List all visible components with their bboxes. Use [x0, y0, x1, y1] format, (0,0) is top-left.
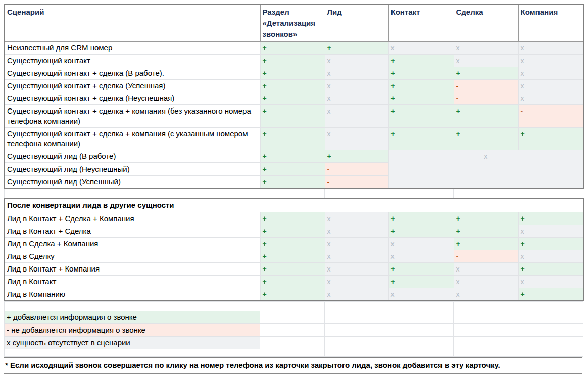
empty-cell	[518, 311, 583, 324]
empty-cell	[325, 302, 388, 311]
mark-cell-x: x	[454, 263, 518, 276]
mark-cell-plus: +	[454, 128, 518, 150]
legend-item-x: х сущность отсутствует в сценарии	[5, 337, 260, 349]
scenario-label: Лид в Сделка + Компания	[5, 238, 260, 250]
mark-cell-plus: +	[454, 105, 518, 128]
mark-cell-plus: +	[260, 176, 325, 189]
mark-cell-x: x	[325, 225, 388, 238]
table-row: Лид в Контакт + Сделка + Компания+x+++	[5, 212, 583, 225]
legend-row: + добавляется информация о звонке	[5, 311, 583, 324]
mark-cell-plus: +	[260, 128, 325, 150]
table-row: Лид в Сделку+xx-x	[5, 250, 583, 263]
scenario-label: Существующий контакт + сделка (Неуспешна…	[5, 92, 260, 105]
empty-cell	[325, 324, 388, 337]
table-row: Существующий контакт + сделка + компания…	[5, 128, 583, 150]
empty-cell	[325, 337, 388, 349]
mark-cell-x: x	[388, 150, 583, 189]
empty-cell	[260, 311, 325, 324]
legend-row: х сущность отсутствует в сценарии	[5, 337, 583, 349]
mark-cell-plus: +	[388, 276, 454, 288]
mark-cell-plus: +	[260, 80, 325, 92]
mark-cell-x: x	[325, 250, 388, 263]
scenario-label: Существующий лид (Успешный)	[5, 176, 260, 189]
grid-spacer	[4, 189, 583, 198]
empty-cell	[454, 311, 518, 324]
mark-cell-plus: +	[518, 212, 583, 225]
empty-cell	[325, 349, 388, 357]
empty-cell	[388, 311, 454, 324]
mark-cell-x: x	[325, 55, 388, 67]
mark-cell-x: x	[454, 276, 518, 288]
mark-cell-plus: +	[388, 212, 454, 225]
empty-cell	[454, 337, 518, 349]
mark-cell-minus: -	[325, 176, 388, 189]
empty-cell	[5, 349, 260, 357]
table-row: Существующий контакт + сделка (Неуспешна…	[5, 92, 583, 105]
mark-cell-minus: -	[518, 105, 583, 128]
mark-cell-x: x	[388, 250, 454, 263]
mark-cell-x: x	[325, 105, 388, 128]
mark-cell-plus: +	[518, 128, 583, 150]
table-row: Существующий контакт + сделка + компания…	[5, 105, 583, 128]
mark-cell-x: x	[325, 128, 388, 150]
mark-cell-plus: +	[325, 42, 388, 55]
table-row: Лид в Контакт+x+xx	[5, 276, 583, 288]
mark-cell-x: x	[325, 67, 388, 80]
mark-cell-x: x	[518, 80, 583, 92]
scenario-label: Лид в Контакт	[5, 276, 260, 288]
empty-cell	[454, 189, 518, 198]
mark-cell-x: x	[388, 238, 454, 250]
legend-item-plus: + добавляется информация о звонке	[5, 311, 260, 324]
mark-cell-plus: +	[260, 42, 325, 55]
mark-cell-plus: +	[388, 67, 454, 80]
mark-cell-plus: +	[388, 128, 454, 150]
column-header: Лид	[325, 5, 388, 42]
mark-cell-x: x	[518, 42, 583, 55]
column-header: Сценарий	[5, 5, 260, 42]
legend-row: - не добавляется информация о звонке	[5, 324, 583, 337]
mark-cell-plus: +	[260, 163, 325, 176]
scenario-label: Существующий контакт + сделка + компания…	[5, 105, 260, 128]
mark-cell-plus: +	[388, 55, 454, 67]
empty-cell	[388, 349, 454, 357]
empty-cell	[454, 302, 518, 311]
mark-cell-x: x	[325, 276, 388, 288]
mark-cell-plus: +	[518, 288, 583, 301]
column-header: Раздел «Детализация звонков»	[260, 5, 325, 42]
mark-cell-minus: -	[454, 92, 518, 105]
mark-cell-x: x	[518, 225, 583, 238]
mark-cell-plus: +	[260, 288, 325, 301]
empty-cell	[5, 189, 260, 198]
mark-cell-plus: +	[260, 105, 325, 128]
column-header: Контакт	[388, 5, 454, 42]
empty-cell	[260, 324, 325, 337]
scenario-label: Существующий контакт	[5, 55, 260, 67]
section-header-row: После конвертации лида в другие сущности	[5, 198, 583, 212]
mark-cell-x: x	[518, 55, 583, 67]
empty-cell	[518, 189, 583, 198]
empty-cell	[454, 349, 518, 357]
table-row: Существующий контакт + сделка (Успешная)…	[5, 80, 583, 92]
column-header: Компания	[518, 5, 583, 42]
mark-cell-x: x	[518, 250, 583, 263]
scenario-label: Существующий контакт + сделка (В работе)…	[5, 67, 260, 80]
empty-cell	[518, 302, 583, 311]
mark-cell-x: x	[518, 92, 583, 105]
empty-cell	[388, 302, 454, 311]
mark-cell-x: x	[454, 42, 518, 55]
table-row: Лид в Компанию+xxx+	[5, 288, 583, 301]
mark-cell-x: x	[388, 42, 454, 55]
header-row: СценарийРаздел «Детализация звонков»ЛидК…	[5, 5, 583, 42]
scenario-label: Неизвестный для CRM номер	[5, 42, 260, 55]
spacer-row	[5, 349, 583, 357]
mark-cell-minus: -	[454, 250, 518, 263]
scenario-label: Существующий контакт + сделка + компания…	[5, 128, 260, 150]
mark-cell-minus: -	[454, 80, 518, 92]
empty-cell	[518, 324, 583, 337]
spacer-row	[5, 302, 583, 311]
empty-cell	[325, 311, 388, 324]
scenario-label: Лид в Компанию	[5, 288, 260, 301]
mark-cell-minus: -	[325, 163, 388, 176]
table-row: Существующий контакт + сделка (В работе)…	[5, 67, 583, 80]
mark-cell-x: x	[325, 238, 388, 250]
